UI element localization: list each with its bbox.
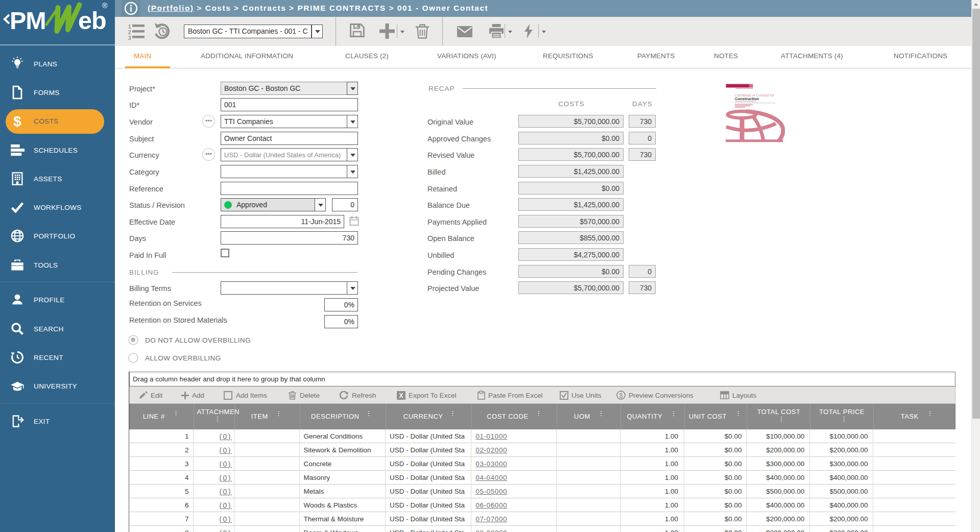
svg-text:3: 3 bbox=[128, 35, 131, 40]
svg-text:eb: eb bbox=[78, 7, 106, 34]
svg-text:$: $ bbox=[13, 114, 21, 128]
svg-text:Construction: Construction bbox=[735, 96, 759, 101]
svg-text:$: $ bbox=[619, 392, 623, 399]
svg-text:®: ® bbox=[102, 2, 108, 10]
svg-text:2: 2 bbox=[128, 30, 131, 35]
svg-text:PM: PM bbox=[10, 7, 46, 34]
svg-text:X: X bbox=[399, 392, 403, 399]
svg-text:1: 1 bbox=[128, 24, 131, 30]
